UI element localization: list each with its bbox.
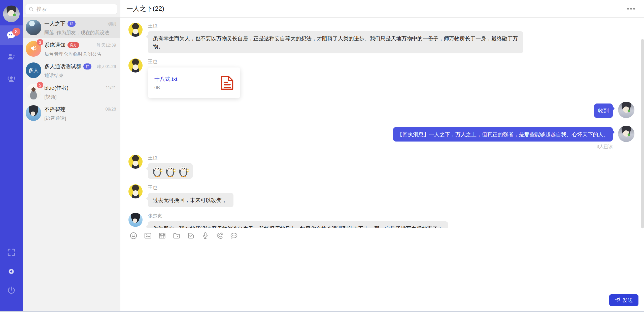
message-row: 王也 虽有幸生而为人，也不要以万物灵长自居，正是这种妄自尊大的想法，才阻碍了人类…	[128, 23, 634, 53]
message-row: 王也	[128, 155, 634, 179]
conversation-avatar	[26, 20, 41, 35]
contacts-icon	[7, 52, 16, 62]
sidebar-item-chats[interactable]: 8	[0, 28, 23, 42]
more-bubble-icon[interactable]	[230, 231, 238, 240]
conversation-item[interactable]: 3 系统通知 官方 昨天12:39 后台管理仓库临时关闭公告	[23, 38, 120, 60]
conversation-preview: [视频]	[44, 94, 116, 100]
conversation-item[interactable]: 一人之下 群 刚刚 阿莲: 作为朋友，现在的我没法...	[23, 17, 120, 38]
conversation-list-panel: 一人之下 群 刚刚 阿莲: 作为朋友，现在的我没法... 3 系统通知	[23, 0, 120, 312]
document-icon	[221, 76, 234, 90]
conversation-preview: 通话结束	[44, 72, 116, 79]
sidebar-item-fullscreen[interactable]	[0, 246, 23, 260]
composer-toolbar	[129, 231, 644, 240]
message-row: 张楚岚 作为朋友，现在的我没法保证救你逃出生天，我能保证的只有...如果你真的会…	[128, 213, 634, 228]
chat-header: 一人之下(22)	[120, 0, 644, 18]
unread-count-badge: 5	[37, 82, 43, 88]
film-icon[interactable]	[158, 231, 166, 240]
group-people-icon	[7, 74, 16, 85]
message-row: 王也 十八式.txt 0B	[128, 58, 634, 98]
call-icon[interactable]	[215, 231, 224, 240]
my-avatar[interactable]	[3, 6, 20, 22]
file-name-link[interactable]: 十八式.txt	[154, 76, 221, 83]
sidebar-item-logout[interactable]	[0, 284, 23, 298]
file-size: 0B	[154, 85, 221, 90]
conversation-time: 11/21	[104, 85, 116, 90]
more-menu-button[interactable]	[626, 6, 636, 11]
emoji-icon[interactable]	[129, 231, 138, 240]
conversation-avatar	[26, 105, 41, 121]
group-badge: 群	[67, 21, 76, 27]
send-button[interactable]: 发送	[609, 294, 638, 306]
conversation-name: 多人通话测试群	[44, 63, 81, 70]
my-avatar[interactable]	[618, 102, 634, 118]
sender-avatar[interactable]	[128, 58, 143, 73]
search-box	[25, 4, 117, 14]
message-row: 王也 过去无可挽回，未来可以改变 。	[128, 184, 634, 207]
microphone-icon[interactable]	[201, 231, 210, 240]
file-attachment-card[interactable]: 十八式.txt 0B	[148, 67, 240, 98]
my-avatar[interactable]	[618, 126, 634, 142]
unread-count-badge: 3	[37, 39, 43, 46]
chat-title: 一人之下(22)	[126, 4, 164, 13]
conversation-name: blue(作者)	[44, 84, 69, 91]
sidebar-rail: 8	[0, 0, 23, 312]
sidebar-item-groups[interactable]	[0, 72, 23, 86]
conversation-item[interactable]: 不摇碧莲 09/28 [语音通话]	[23, 102, 120, 124]
conversation-avatar: 多人	[26, 62, 41, 78]
sender-name: 王也	[148, 184, 233, 191]
power-icon	[7, 286, 16, 296]
search-icon	[28, 6, 34, 12]
composer: 发送	[120, 228, 644, 312]
message-bubble: 过去无可挽回，未来可以改变 。	[148, 193, 233, 207]
conversation-preview: 后台管理仓库临时关闭公告	[44, 51, 116, 57]
conversation-item[interactable]: 5 blue(作者) 11/21 [视频]	[23, 81, 120, 102]
message-bubble: 虽有幸生而为人，也不要以万物灵长自居，正是这种妄自尊大的想法，才阻碍了人类的进步…	[148, 31, 523, 53]
message-bubble: 作为朋友，现在的我没法保证救你逃出生天，我能保证的只有...如果你真的会遭遇到什…	[148, 221, 448, 228]
message-bubble-self: 收到	[594, 103, 613, 118]
sender-name: 王也	[148, 23, 523, 29]
paper-plane-icon	[615, 297, 620, 304]
message-row-self: 收到	[128, 102, 634, 118]
conversation-preview: 阿莲: 作为朋友，现在的我没法...	[44, 29, 116, 36]
conversation-preview: [语音通话]	[44, 115, 116, 122]
conversation-name: 系统通知	[44, 42, 65, 49]
conversation-time: 昨天01:29	[95, 64, 116, 70]
group-badge: 群	[83, 63, 91, 70]
task-check-icon[interactable]	[187, 231, 195, 240]
search-input[interactable]	[25, 4, 117, 14]
sender-avatar[interactable]	[128, 213, 143, 227]
sender-avatar[interactable]	[128, 23, 143, 37]
send-label: 发送	[622, 297, 633, 304]
sender-name: 王也	[148, 58, 240, 65]
scrollbar-thumb[interactable]	[641, 39, 644, 228]
penguin-sticker	[151, 165, 163, 177]
conversation-time: 刚刚	[106, 21, 116, 27]
penguin-sticker	[178, 165, 189, 177]
sender-avatar[interactable]	[128, 155, 143, 169]
conversation-name: 不摇碧莲	[44, 106, 65, 113]
sticker-message-bubble	[148, 163, 193, 179]
chat-bubble-icon	[6, 36, 16, 41]
conversation-item[interactable]: 多人 多人通话测试群 群 昨天01:29 通话结束	[23, 60, 120, 81]
sender-name: 王也	[148, 155, 193, 161]
gear-icon	[7, 267, 16, 277]
chat-main: 一人之下(22) 王也 虽有幸生而为人，也不要以万物灵长自居，正是这种妄自尊大的…	[120, 0, 644, 312]
conversation-name: 一人之下	[44, 20, 65, 27]
conversation-time: 09/28	[103, 107, 116, 112]
read-receipt: 3人已读	[597, 144, 613, 150]
sidebar-item-contacts[interactable]	[0, 50, 23, 64]
unread-total-badge: 8	[12, 28, 20, 36]
folder-icon[interactable]	[172, 231, 181, 240]
message-list: 王也 虽有幸生而为人，也不要以万物灵长自居，正是这种妄自尊大的想法，才阻碍了人类…	[120, 18, 644, 228]
message-input[interactable]	[129, 244, 601, 291]
fullscreen-icon	[7, 248, 16, 258]
sender-avatar[interactable]	[128, 184, 143, 198]
chat-app-window: 8	[0, 0, 644, 312]
sender-name: 张楚岚	[148, 213, 448, 219]
official-badge: 官方	[67, 42, 79, 48]
message-row-self: 【回执消息】一人之下，万人之上，但真正的强者，是那些能够超越自我、心怀天下的人。…	[128, 126, 634, 150]
penguin-sticker	[164, 165, 176, 177]
image-icon[interactable]	[144, 231, 152, 240]
window-bottom-edge	[0, 311, 644, 312]
sidebar-item-settings[interactable]	[0, 265, 23, 279]
